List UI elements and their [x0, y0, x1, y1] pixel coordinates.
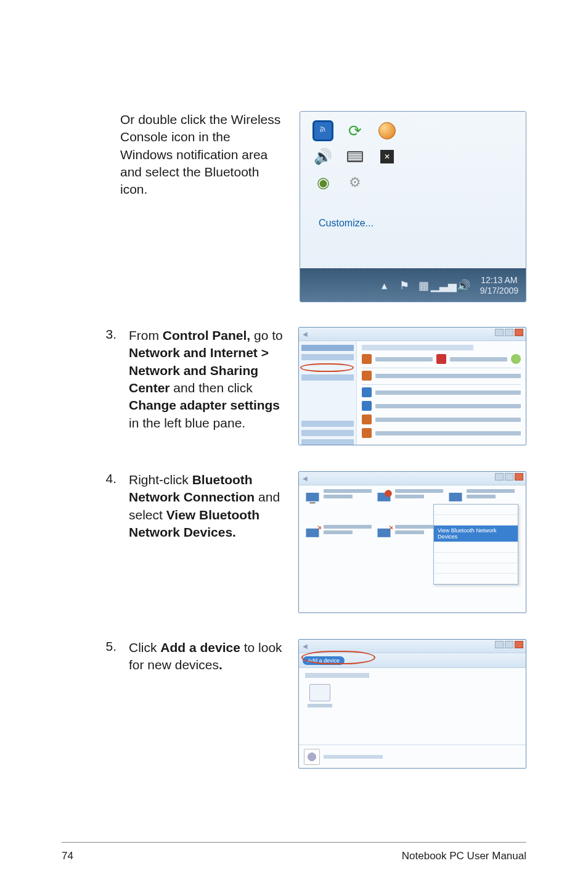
- nav-back-icon[interactable]: ◀: [303, 475, 308, 482]
- tray-date: 9/17/2009: [480, 286, 518, 296]
- tray-signal-icon[interactable]: ▁▃▅: [437, 279, 451, 292]
- menu-item[interactable]: [434, 505, 518, 515]
- sync-icon[interactable]: ⟳: [345, 120, 365, 141]
- customize-link[interactable]: Customize...: [314, 215, 378, 231]
- menu-item[interactable]: [434, 574, 518, 584]
- tray-chevron-icon[interactable]: ▴: [378, 279, 391, 292]
- step-3-number: 3.: [96, 327, 120, 445]
- wireless-console-icon[interactable]: [312, 120, 333, 141]
- tray-network-icon[interactable]: ▦: [417, 279, 431, 292]
- keyboard-icon[interactable]: [345, 146, 365, 167]
- add-device-highlight: [301, 651, 375, 664]
- device-icon[interactable]: ⚙: [345, 172, 365, 193]
- device-item[interactable]: [308, 684, 332, 715]
- disc-icon[interactable]: ◉: [312, 172, 333, 193]
- step-4-text: Right-click Bluetooth Network Connection…: [129, 471, 290, 613]
- svg-text:✕: ✕: [388, 525, 393, 532]
- nav-back-icon[interactable]: ◀: [303, 331, 308, 337]
- tray-clock[interactable]: 12:13 AM 9/17/2009: [480, 275, 518, 296]
- network-sharing-center-screenshot: ◀: [298, 327, 526, 445]
- context-menu: View Bluetooth Network Devices: [433, 504, 518, 585]
- change-adapter-settings-highlight: [300, 363, 354, 372]
- svg-rect-4: [449, 493, 462, 501]
- tray-flag-icon[interactable]: ⚑: [398, 279, 411, 292]
- svg-point-3: [385, 490, 392, 497]
- step-5-text: Click Add a device to look for new devic…: [129, 639, 290, 769]
- menu-item[interactable]: [434, 515, 518, 526]
- menu-item[interactable]: [434, 542, 518, 553]
- menu-item[interactable]: [434, 553, 518, 563]
- svg-text:✕: ✕: [317, 525, 321, 532]
- intro-paragraph: Or double click the Wireless Console ico…: [96, 111, 286, 302]
- speaker-icon[interactable]: 🔊: [312, 146, 333, 167]
- tray-volume-icon[interactable]: 🔊: [457, 279, 470, 292]
- svg-rect-1: [309, 502, 315, 503]
- taskbar: ▴ ⚑ ▦ ▁▃▅ 🔊 12:13 AM 9/17/2009: [300, 268, 526, 302]
- svg-rect-0: [306, 493, 319, 501]
- step-4-number: 4.: [96, 471, 120, 613]
- devices-printers-screenshot: ◀ Add a device: [298, 639, 526, 769]
- tray-time: 12:13 AM: [480, 275, 518, 286]
- menu-item-view-bluetooth-devices[interactable]: View Bluetooth Network Devices: [434, 526, 518, 542]
- nav-back-icon[interactable]: ◀: [303, 643, 308, 650]
- page-number: 74: [62, 850, 73, 862]
- menu-item[interactable]: [434, 563, 518, 574]
- step-3-text: From Control Panel, go to Network and In…: [129, 327, 290, 445]
- device-info-icon: [304, 749, 320, 765]
- close-icon[interactable]: ✕: [377, 146, 398, 167]
- manual-title: Notebook PC User Manual: [402, 850, 526, 862]
- power-icon[interactable]: [377, 120, 398, 141]
- system-tray-panel: ⟳ 🔊 ✕ ◉ ⚙ Customize... ▴ ⚑ ▦ ▁▃▅: [300, 111, 526, 302]
- network-connections-screenshot: ◀ ✕ ✕ View Bluetooth Network Devices: [298, 471, 526, 613]
- step-5-number: 5.: [96, 639, 120, 769]
